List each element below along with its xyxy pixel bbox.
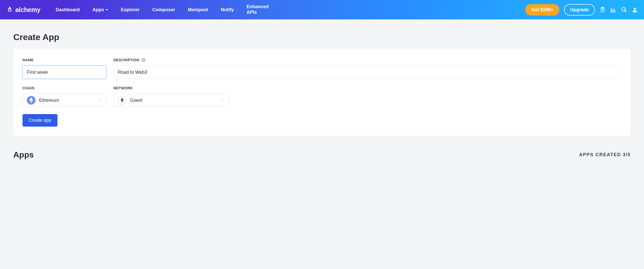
- network-label: NETWORK: [113, 86, 228, 90]
- apps-section-header: Apps APPS CREATED 3/5: [13, 150, 631, 160]
- nav-links: Dashboard Apps Explorer Composer Mempool…: [56, 4, 525, 15]
- svg-rect-1: [602, 7, 603, 8]
- chain-select[interactable]: Ethereum: [22, 94, 106, 107]
- brand-logo[interactable]: alchemy: [6, 6, 40, 14]
- ethereum-icon: [27, 96, 36, 105]
- goerli-icon: [118, 96, 126, 105]
- nav-right: Get $100+ Upgrade: [525, 4, 638, 16]
- apps-created-counter: APPS CREATED 3/5: [579, 152, 631, 157]
- caret-down-icon: [106, 9, 108, 10]
- network-field-group: NETWORK Goerli: [113, 86, 228, 107]
- name-field-group: NAME: [22, 58, 106, 79]
- upgrade-button[interactable]: Upgrade: [564, 4, 595, 16]
- svg-point-9: [622, 7, 625, 11]
- get-credit-button[interactable]: Get $100+: [525, 4, 559, 16]
- search-icon[interactable]: [621, 7, 627, 13]
- brand-name: alchemy: [15, 6, 40, 14]
- info-icon[interactable]: i: [141, 58, 145, 62]
- page-title: Create App: [13, 32, 631, 42]
- name-input[interactable]: [22, 66, 106, 79]
- nav-apps[interactable]: Apps: [93, 7, 108, 13]
- svg-point-11: [634, 8, 636, 10]
- nav-enhanced-apis[interactable]: Enhanced APIs: [247, 4, 269, 15]
- create-app-button[interactable]: Create app: [22, 114, 57, 127]
- user-icon[interactable]: [632, 7, 638, 13]
- top-navbar: alchemy Dashboard Apps Explorer Composer…: [0, 0, 644, 19]
- description-label: DESCRIPTION i: [113, 58, 622, 62]
- description-input[interactable]: [113, 66, 622, 79]
- nav-notify[interactable]: Notify: [221, 7, 234, 13]
- create-app-card: NAME DESCRIPTION i CHAIN: [13, 49, 631, 136]
- chevron-down-icon: [98, 98, 102, 103]
- nav-mempool[interactable]: Mempool: [188, 7, 208, 13]
- chain-field-group: CHAIN Ethereum: [22, 86, 106, 107]
- nav-composer[interactable]: Composer: [152, 7, 175, 13]
- svg-line-10: [625, 10, 626, 12]
- chart-icon[interactable]: [610, 7, 616, 13]
- chain-value: Ethereum: [39, 98, 59, 103]
- clipboard-icon[interactable]: [600, 7, 606, 13]
- nav-explorer[interactable]: Explorer: [121, 7, 140, 13]
- chevron-down-icon: [220, 98, 224, 103]
- apps-title: Apps: [13, 150, 34, 160]
- chain-label: CHAIN: [22, 86, 106, 90]
- description-field-group: DESCRIPTION i: [113, 58, 622, 79]
- name-label: NAME: [22, 58, 106, 62]
- nav-dashboard[interactable]: Dashboard: [56, 7, 80, 13]
- network-value: Goerli: [130, 98, 142, 103]
- page-content: Create App NAME DESCRIPTION i CHAIN: [0, 19, 644, 172]
- network-select[interactable]: Goerli: [113, 94, 228, 107]
- logo-icon: [6, 6, 13, 14]
